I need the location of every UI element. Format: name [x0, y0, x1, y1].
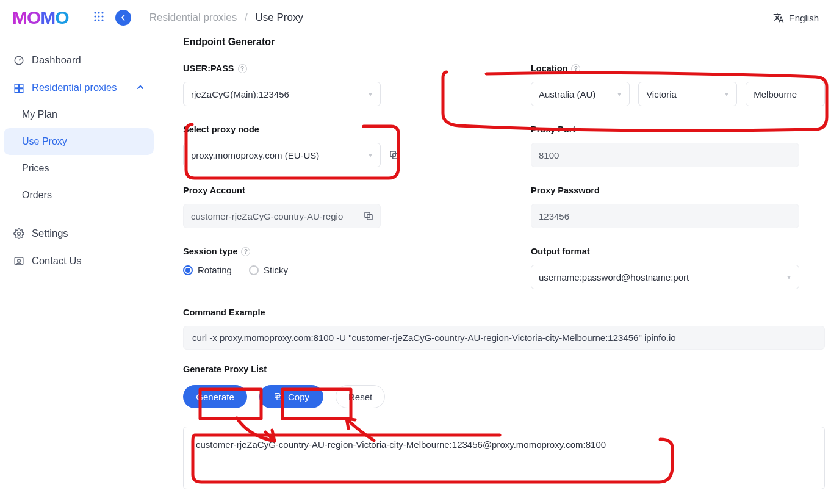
- svg-point-16: [18, 259, 21, 262]
- copy-node-button[interactable]: [388, 149, 400, 161]
- radio-checked-icon: [183, 265, 193, 275]
- help-icon[interactable]: ?: [571, 64, 580, 73]
- sidebar-item-label: Contact Us: [32, 255, 82, 267]
- sidebar-item-label: My Plan: [22, 109, 57, 120]
- gauge-icon: [13, 55, 24, 66]
- apps-grid-icon[interactable]: [93, 11, 104, 25]
- output-format-select[interactable]: [531, 265, 799, 289]
- chevron-up-icon: [137, 83, 144, 93]
- output-label: Output format: [531, 247, 825, 256]
- copy-icon: [273, 392, 283, 401]
- svg-point-0: [94, 12, 96, 13]
- node-label: Select proxy node: [183, 124, 477, 134]
- copy-account-button[interactable]: [362, 210, 375, 222]
- svg-point-8: [101, 19, 103, 21]
- svg-point-14: [18, 232, 21, 235]
- password-label: Proxy Password: [531, 185, 825, 195]
- svg-rect-10: [15, 84, 18, 88]
- svg-point-5: [101, 15, 103, 17]
- language-switcher[interactable]: English: [773, 12, 819, 23]
- sidebar-item-my-plan[interactable]: My Plan: [4, 101, 154, 128]
- proxy-password-field: [531, 204, 799, 228]
- sidebar-item-label: Use Proxy: [22, 136, 67, 147]
- app-logo[interactable]: MOMO: [12, 7, 69, 28]
- proxy-port-field: [531, 143, 799, 167]
- session-rotating-radio[interactable]: Rotating: [183, 265, 232, 275]
- svg-point-3: [94, 15, 96, 17]
- gen-label: Generate Proxy List: [183, 364, 825, 374]
- sidebar-item-label: Prices: [22, 163, 49, 174]
- main-content: Endpoint Generator USER:PASS? ▾ Select p…: [157, 35, 825, 504]
- breadcrumb-parent[interactable]: Residential proxies: [149, 12, 237, 23]
- svg-rect-15: [15, 257, 23, 265]
- svg-point-2: [101, 12, 103, 13]
- copy-list-button[interactable]: Copy: [259, 385, 323, 408]
- radio-unchecked-icon: [249, 265, 259, 275]
- cmd-example-box: curl -x proxy.momoproxy.com:8100 -U "cus…: [183, 326, 825, 350]
- sidebar-item-residential[interactable]: Residential proxies: [4, 74, 154, 101]
- breadcrumb: Residential proxies / Use Proxy: [149, 12, 303, 24]
- collapse-sidebar-button[interactable]: [115, 10, 131, 26]
- sidebar-item-settings[interactable]: Settings: [4, 220, 154, 247]
- translate-icon: [773, 12, 784, 23]
- sidebar-item-label: Settings: [32, 228, 68, 239]
- svg-point-4: [98, 15, 99, 17]
- user-pass-label: USER:PASS?: [183, 63, 477, 73]
- sidebar-item-label: Residential proxies: [32, 82, 117, 93]
- sidebar: Dashboard Residential proxies My Plan Us…: [0, 35, 157, 504]
- user-pass-select[interactable]: [183, 82, 381, 106]
- svg-point-6: [94, 19, 96, 21]
- generate-button[interactable]: Generate: [183, 385, 247, 408]
- gear-icon: [13, 228, 24, 239]
- proxy-node-select[interactable]: [183, 143, 381, 167]
- sidebar-item-label: Dashboard: [32, 54, 81, 66]
- sidebar-item-contact[interactable]: Contact Us: [4, 247, 154, 275]
- location-country-select[interactable]: [531, 82, 630, 106]
- cmd-label: Command Example: [183, 308, 825, 317]
- sidebar-item-orders[interactable]: Orders: [4, 182, 154, 209]
- sidebar-item-prices[interactable]: Prices: [4, 155, 154, 182]
- breadcrumb-current: Use Proxy: [256, 12, 303, 23]
- sidebar-item-label: Orders: [22, 190, 52, 201]
- svg-point-7: [98, 19, 99, 21]
- location-label: Location?: [531, 63, 825, 73]
- session-label: Session type?: [183, 247, 477, 256]
- account-label: Proxy Account: [183, 185, 477, 195]
- help-icon[interactable]: ?: [238, 64, 247, 73]
- svg-rect-11: [20, 84, 23, 88]
- server-icon: [13, 82, 24, 93]
- svg-rect-12: [15, 88, 18, 92]
- topbar: MOMO Residential proxies / Use Proxy Eng…: [0, 0, 831, 35]
- proxy-account-field: [183, 204, 381, 228]
- port-label: Proxy Port: [531, 124, 825, 134]
- sidebar-item-use-proxy[interactable]: Use Proxy: [4, 128, 154, 155]
- top-utility-icons: [93, 10, 131, 26]
- location-city-select[interactable]: [746, 82, 825, 106]
- sidebar-item-dashboard[interactable]: Dashboard: [4, 46, 154, 74]
- breadcrumb-separator: /: [245, 12, 248, 23]
- svg-point-1: [98, 12, 99, 13]
- reset-button[interactable]: Reset: [336, 385, 385, 408]
- help-icon[interactable]: ?: [241, 247, 250, 256]
- section-title: Endpoint Generator: [183, 37, 825, 48]
- location-region-select[interactable]: [638, 82, 737, 106]
- session-sticky-radio[interactable]: Sticky: [249, 265, 288, 275]
- contact-icon: [13, 256, 24, 267]
- proxy-list-output[interactable]: customer-rjeZaCyG-country-AU-region-Vict…: [183, 427, 825, 489]
- svg-rect-13: [20, 88, 23, 92]
